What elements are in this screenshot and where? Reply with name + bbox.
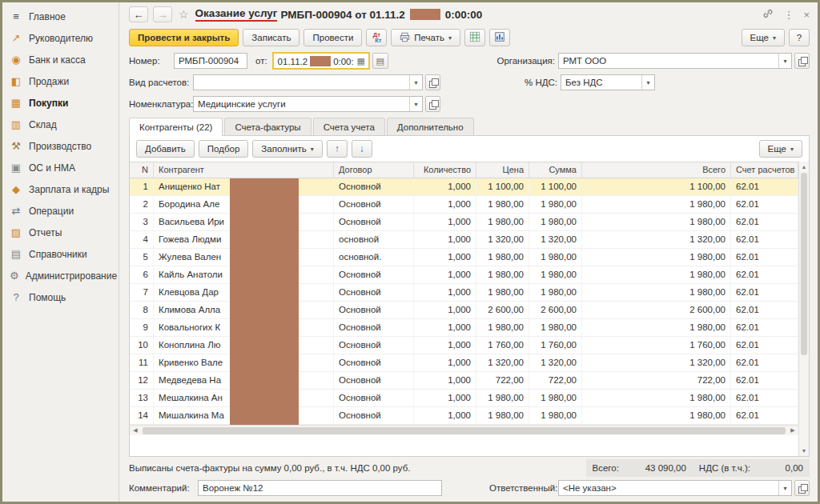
sidebar-item-pomosch[interactable]: ? Помощь — [2, 286, 119, 308]
cell-qty[interactable]: 1,000 — [414, 178, 476, 195]
open-calc-type-button[interactable] — [425, 74, 440, 90]
tab-kontragenty[interactable]: Контрагенты (22) — [129, 118, 223, 136]
cell-price[interactable]: 1 980,00 — [476, 214, 529, 230]
cell-n[interactable]: 1 — [130, 178, 154, 195]
cell-qty[interactable]: 1,000 — [414, 302, 476, 318]
cell-sum[interactable]: 2 600,00 — [529, 302, 582, 318]
sidebar-item-zarplata-i-kadry[interactable]: ◆ Зарплата и кадры — [2, 178, 119, 200]
favorite-star-icon[interactable]: ☆ — [179, 8, 189, 21]
scroll-left-icon[interactable]: ◀ — [130, 427, 141, 434]
sidebar-item-administrirovanie[interactable]: ⚙ Администрирование — [2, 265, 119, 286]
cell-qty[interactable]: 1,000 — [414, 390, 476, 406]
cell-total[interactable]: 1 980,00 — [582, 319, 731, 336]
cell-total[interactable]: 1 320,00 — [582, 231, 731, 248]
responsible-combo[interactable]: <Не указан> ▾ — [558, 480, 792, 496]
cell-sum[interactable]: 1 980,00 — [529, 214, 582, 230]
column-header-contract[interactable]: Договор — [334, 162, 414, 178]
calendar-icon[interactable]: ▦ — [354, 54, 368, 68]
cell-contract[interactable]: основной — [334, 231, 414, 248]
horizontal-scrollbar[interactable]: ◀ ▶ — [130, 425, 798, 435]
scroll-up-icon[interactable]: ▲ — [799, 162, 809, 172]
cell-price[interactable]: 1 980,00 — [476, 266, 529, 283]
cell-total[interactable]: 1 980,00 — [582, 284, 731, 301]
cell-price[interactable]: 1 980,00 — [476, 390, 529, 406]
cell-sum[interactable]: 1 760,00 — [529, 337, 582, 354]
cell-contract[interactable]: Основной — [334, 214, 414, 230]
cell-account[interactable]: 62.01 — [731, 354, 798, 371]
cell-price[interactable]: 2 600,00 — [476, 302, 529, 318]
cell-contract[interactable]: Основной — [334, 178, 414, 195]
cell-n[interactable]: 8 — [130, 302, 154, 318]
cell-qty[interactable]: 1,000 — [414, 319, 476, 336]
vertical-scrollbar[interactable]: ▲ ▼ — [798, 162, 809, 456]
cell-account[interactable]: 62.01 — [731, 196, 798, 213]
cell-account[interactable]: 62.01 — [731, 337, 798, 354]
cell-n[interactable]: 14 — [130, 407, 154, 424]
pick-button[interactable]: Подбор — [199, 140, 249, 158]
cell-contract[interactable]: Основной — [334, 354, 414, 371]
column-header-sum[interactable]: Сумма — [529, 162, 582, 178]
cell-price[interactable]: 1 320,00 — [476, 354, 529, 371]
nomenclature-combo[interactable]: Медицинские услуги ▾ — [193, 96, 423, 112]
column-header-qty[interactable]: Количество — [414, 162, 476, 178]
open-responsible-button[interactable] — [794, 480, 810, 496]
organization-combo[interactable]: РМТ ООО ▾ — [558, 53, 792, 69]
cell-total[interactable]: 1 980,00 — [582, 249, 731, 266]
cell-contract[interactable]: Основной — [334, 284, 414, 301]
cell-total[interactable]: 1 980,00 — [582, 196, 731, 213]
vat-combo[interactable]: Без НДС ▾ — [561, 74, 655, 90]
move-up-button[interactable]: ↑ — [327, 140, 348, 158]
cell-price[interactable]: 1 980,00 — [476, 249, 529, 266]
open-organization-button[interactable] — [794, 53, 810, 69]
report-button[interactable] — [489, 29, 510, 46]
cell-sum[interactable]: 1 980,00 — [529, 249, 582, 266]
cell-sum[interactable]: 1 980,00 — [529, 390, 582, 406]
cell-sum[interactable]: 1 980,00 — [529, 319, 582, 336]
cell-sum[interactable]: 1 980,00 — [529, 266, 582, 283]
cell-n[interactable]: 4 — [130, 231, 154, 248]
comment-field[interactable]: Воронеж №12 — [198, 480, 442, 496]
chevron-down-icon[interactable]: ▾ — [778, 54, 791, 68]
cell-contract[interactable]: Основной — [334, 390, 414, 406]
tab-scheta-faktury[interactable]: Счета-фактуры — [224, 118, 311, 135]
cell-account[interactable]: 62.01 — [731, 407, 798, 424]
cell-contract[interactable]: Основной — [334, 266, 414, 283]
cell-price[interactable]: 1 100,00 — [476, 178, 529, 195]
cell-account[interactable]: 62.01 — [731, 319, 798, 336]
cell-qty[interactable]: 1,000 — [414, 372, 476, 389]
chevron-down-icon[interactable]: ▾ — [778, 481, 791, 495]
cell-contract[interactable]: основной. — [334, 249, 414, 266]
cell-sum[interactable]: 1 320,00 — [529, 354, 582, 371]
cell-sum[interactable]: 1 980,00 — [529, 196, 582, 213]
cell-n[interactable]: 11 — [130, 354, 154, 371]
cell-account[interactable]: 62.01 — [731, 372, 798, 389]
sidebar-item-pokupki[interactable]: ▦ Покупки — [2, 92, 119, 114]
cell-total[interactable]: 1 980,00 — [582, 407, 731, 424]
h-scroll-thumb[interactable] — [143, 427, 786, 434]
scroll-right-icon[interactable]: ▶ — [787, 427, 798, 434]
cell-price[interactable]: 1 980,00 — [476, 284, 529, 301]
cell-price[interactable]: 1 320,00 — [476, 231, 529, 248]
cell-account[interactable]: 62.01 — [731, 178, 798, 195]
sidebar-item-glavnoe[interactable]: ≡ Главное — [2, 6, 119, 27]
cell-n[interactable]: 6 — [130, 266, 154, 283]
cell-n[interactable]: 3 — [130, 214, 154, 230]
cell-qty[interactable]: 1,000 — [414, 284, 476, 301]
cell-total[interactable]: 1 980,00 — [582, 214, 731, 230]
spreadsheet-button[interactable] — [464, 29, 485, 46]
dtkt-button[interactable]: ДтКт — [366, 29, 387, 46]
number-field[interactable]: РМБП-000904 — [174, 53, 247, 69]
cell-contract[interactable]: Основной — [334, 302, 414, 318]
cell-n[interactable]: 10 — [130, 337, 154, 354]
cell-price[interactable]: 1 760,00 — [476, 337, 529, 354]
cell-account[interactable]: 62.01 — [731, 214, 798, 230]
cell-n[interactable]: 9 — [130, 319, 154, 336]
cell-qty[interactable]: 1,000 — [414, 266, 476, 283]
cell-account[interactable]: 62.01 — [731, 249, 798, 266]
cell-qty[interactable]: 1,000 — [414, 337, 476, 354]
cell-contract[interactable]: Основной — [334, 319, 414, 336]
cell-total[interactable]: 1 980,00 — [582, 390, 731, 406]
history-list-button[interactable]: ▤ — [372, 53, 388, 69]
cell-sum[interactable]: 722,00 — [529, 372, 582, 389]
cell-sum[interactable]: 1 980,00 — [529, 407, 582, 424]
